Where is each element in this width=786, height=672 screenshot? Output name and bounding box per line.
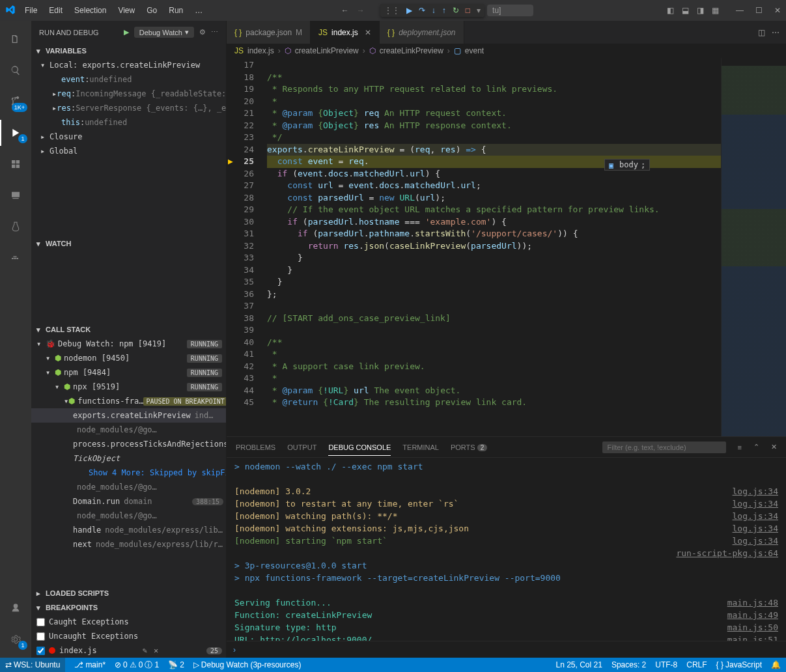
step-out-icon[interactable]: ↑ [442, 6, 446, 15]
scope-row[interactable]: ▸Global [31, 144, 226, 158]
testing-icon[interactable] [0, 214, 31, 240]
cursor-position[interactable]: Ln 25, Col 21 [556, 660, 602, 669]
restart-icon[interactable]: ↻ [453, 6, 459, 15]
section-breakpoints-header[interactable]: ▾BREAKPOINTS [31, 600, 226, 615]
remote-indicator[interactable]: ⇄WSL: Ubuntu [0, 658, 65, 672]
ports-indicator[interactable]: 📡2 [168, 660, 184, 669]
bp-remove-icon[interactable]: ✕ [154, 646, 158, 655]
tab-problems[interactable]: PROBLEMS [236, 443, 275, 451]
editor-tab[interactable]: { }deployment.json [380, 21, 464, 44]
callstack-row[interactable]: process.processTicksAndRejections [31, 437, 226, 451]
variable-row[interactable]: ▸res: ServerResponse {_events: {…}, _e… [31, 101, 226, 115]
split-editor-icon[interactable]: ◫ [758, 28, 765, 37]
debug-console-output[interactable]: > nodemon --watch ./ --exec npm start [n… [227, 458, 786, 641]
editor-tab[interactable]: JSindex.js✕ [311, 21, 380, 44]
stop-icon[interactable]: □ [466, 6, 470, 15]
console-clear-icon[interactable]: ≡ [738, 443, 742, 451]
breadcrumb[interactable]: JSindex.js ›⬡createLinkPreview ›⬡createL… [227, 44, 786, 58]
run-debug-icon[interactable]: 1 [0, 120, 31, 146]
console-source-link[interactable]: log.js:34 [733, 485, 778, 497]
tab-more-icon[interactable]: ⋯ [772, 28, 779, 37]
callstack-row[interactable]: node_modules/@go… [31, 423, 226, 437]
callstack-row[interactable]: ▾⬢functions-fra…PAUSED ON BREAKPOINT [31, 394, 226, 408]
console-source-link[interactable]: main.js:49 [727, 609, 778, 621]
accounts-icon[interactable] [0, 595, 31, 621]
eol[interactable]: CRLF [686, 660, 707, 669]
layout-left-icon[interactable]: ◧ [667, 6, 674, 15]
debug-config-dropdown[interactable]: Debug Watch ▾ [134, 27, 194, 38]
layout-customize-icon[interactable]: ▦ [712, 6, 719, 15]
section-callstack-header[interactable]: ▾CALL STACK [31, 322, 226, 337]
section-loaded-header[interactable]: ▸LOADED SCRIPTS [31, 586, 226, 600]
bp-file-check[interactable] [36, 647, 45, 655]
console-source-link[interactable]: log.js:34 [733, 497, 778, 510]
indentation[interactable]: Spaces: 2 [611, 660, 646, 669]
explorer-icon[interactable] [0, 26, 31, 52]
debug-status[interactable]: ▷Debug Watch (3p-resources) [193, 660, 302, 669]
docker-icon[interactable] [0, 245, 31, 271]
menu-selection[interactable]: Selection [69, 3, 111, 18]
continue-icon[interactable]: ▶ [406, 6, 412, 15]
menu-file[interactable]: File [20, 3, 42, 18]
panel-maximize-icon[interactable]: ⌃ [753, 443, 759, 451]
callstack-row[interactable]: exports.createLinkPreviewind… [31, 408, 226, 423]
remote-explorer-icon[interactable] [0, 182, 31, 208]
callstack-row[interactable]: ▾🐞Debug Watch: npm [9419]RUNNING [31, 337, 226, 351]
bp-edit-icon[interactable]: ✎ [143, 646, 147, 655]
debug-more-icon[interactable]: ⋯ [211, 28, 218, 36]
command-center[interactable]: tu] [487, 5, 533, 16]
minimap[interactable] [721, 58, 786, 436]
nav-back-icon[interactable]: ← [341, 6, 349, 15]
layout-bottom-icon[interactable]: ⬓ [682, 6, 689, 15]
callstack-row[interactable]: Domain.rundomain388:15 [31, 494, 226, 509]
tab-terminal[interactable]: TERMINAL [402, 443, 439, 451]
bp-caught-check[interactable] [36, 618, 45, 626]
console-source-link[interactable]: main.js:48 [727, 596, 778, 609]
start-debug-icon[interactable]: ▶ [124, 28, 129, 36]
console-source-link[interactable]: main.js:50 [727, 621, 778, 634]
debug-settings-icon[interactable]: ⚙ [199, 28, 206, 36]
repl-input[interactable]: › [227, 641, 786, 658]
bp-uncaught-check[interactable] [36, 632, 45, 641]
layout-right-icon[interactable]: ◨ [697, 6, 704, 15]
minimize-icon[interactable]: — [736, 6, 744, 15]
line-gutter[interactable]: 1718192021222324252627282930313233343536… [227, 58, 266, 436]
language-mode[interactable]: { } JavaScript [716, 660, 762, 669]
maximize-icon[interactable]: ☐ [755, 6, 763, 15]
close-window-icon[interactable]: ✕ [774, 6, 781, 15]
extensions-icon[interactable] [0, 151, 31, 177]
variable-row[interactable]: ▸req: IncomingMessage {_readableState:… [31, 87, 226, 101]
drag-handle-icon[interactable]: ⋮⋮ [384, 6, 400, 15]
console-source-link[interactable]: log.js:34 [733, 522, 778, 535]
tab-debug-console[interactable]: DEBUG CONSOLE [328, 443, 391, 456]
callstack-row[interactable]: ▾⬢nodemon [9450]RUNNING [31, 351, 226, 365]
scope-local[interactable]: ▾Local: exports.createLinkPreview [31, 58, 226, 72]
console-source-link[interactable]: log.js:34 [733, 510, 778, 522]
panel-close-icon[interactable]: ✕ [771, 443, 777, 451]
variable-row[interactable]: this: undefined [31, 115, 226, 130]
menu-more[interactable]: … [189, 3, 208, 18]
code-content[interactable]: /** * Responds to any HTTP request relat… [266, 58, 721, 436]
section-variables-header[interactable]: ▾VARIABLES [31, 44, 226, 58]
source-control-icon[interactable]: 1K+ [0, 89, 31, 115]
menu-go[interactable]: Go [141, 3, 162, 18]
console-filter-input[interactable] [602, 441, 726, 453]
callstack-row[interactable]: nextnode_modules/express/lib/ro… [31, 537, 226, 552]
close-tab-icon[interactable]: ✕ [365, 28, 371, 37]
settings-gear-icon[interactable]: 1 [0, 626, 31, 652]
problems-indicator[interactable]: ⊘0 ⚠0 ⓘ1 [115, 660, 159, 671]
tab-output[interactable]: OUTPUT [287, 443, 316, 451]
callstack-row[interactable]: node_modules/@go… [31, 509, 226, 523]
notifications-icon[interactable]: 🔔 [771, 660, 781, 669]
callstack-row[interactable]: ▾⬢npm [9484]RUNNING [31, 365, 226, 380]
callstack-row[interactable]: handlenode_modules/express/lib/… [31, 523, 226, 537]
console-source-link[interactable]: log.js:34 [733, 535, 778, 547]
callstack-row[interactable]: TickObject [31, 451, 226, 466]
encoding[interactable]: UTF-8 [655, 660, 677, 669]
tab-ports[interactable]: PORTS 2 [451, 443, 487, 451]
step-into-icon[interactable]: ↓ [432, 6, 436, 15]
code-editor[interactable]: 1718192021222324252627282930313233343536… [227, 58, 786, 436]
editor-tab[interactable]: { }package.json M [227, 21, 311, 44]
nav-forward-icon[interactable]: → [357, 6, 365, 15]
variable-row[interactable]: event: undefined [31, 72, 226, 87]
